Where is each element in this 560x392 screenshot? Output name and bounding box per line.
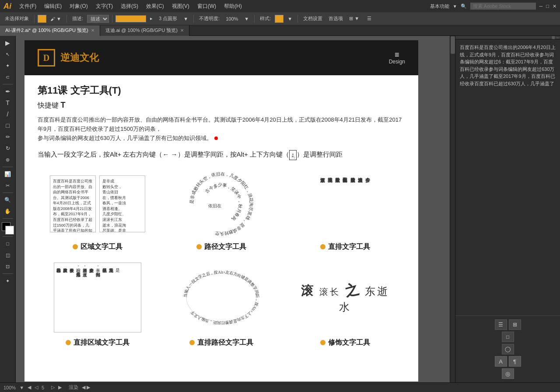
lasso-btn[interactable]: ⊂ [2,72,14,82]
style-color-box[interactable] [275,15,284,23]
svg-text:当输入一段文字之后，按Alt+左右方向键是调整字间距，按Al: 当输入一段文字之后，按Alt+左右方向键是调整字间距，按Alt+上下方向是调整行… [183,270,260,325]
panel-icon-row-5: ◎ [502,368,514,379]
line-tool-btn[interactable]: / [2,109,14,119]
opacity-value[interactable]: 100% [224,15,240,22]
draw-mode-inside-btn[interactable]: ⊡ [2,261,14,272]
preferences-btn[interactable]: 首选项 [326,14,345,23]
opacity-dropdown[interactable]: ▼ [242,15,251,22]
zoom-dropdown[interactable]: ▼ [19,385,24,390]
page-number[interactable]: 5 [42,385,44,390]
va-col-6: 古今多少夕浪花 [89,265,94,330]
search-input[interactable] [470,3,536,10]
prev-page-btn[interactable]: ◀ [28,385,31,390]
menu-select[interactable]: 选择(S) [117,2,142,11]
symbol-sprayer-btn[interactable]: ✦ [2,276,14,286]
draw-mode-behind-btn[interactable]: ◫ [2,250,14,260]
tip-text: 当输入一段文字之后，按Alt+ 左右方向键（← →）是调整字间距，按Alt+ 上… [38,150,405,160]
menu-edit[interactable]: 编辑(E) [41,2,65,11]
select-tool-btn[interactable]: ▶ [2,38,14,48]
va-col-10: 是 [115,265,121,330]
tab2-close-icon[interactable]: ✕ [180,28,184,33]
menu-text[interactable]: 文字(T) [92,2,116,11]
pen-tool-btn[interactable]: ✒ [2,86,14,97]
menu-file[interactable]: 文件(F) [16,2,40,11]
text-tool-btn[interactable]: T [2,98,14,108]
magic-wand-btn[interactable]: ✦ [2,60,14,71]
next-btn[interactable]: ▷ [51,385,55,390]
menu-view[interactable]: 视图(V) [168,2,193,11]
decoration-label: 修饰文字工具 [320,338,370,347]
feature-label[interactable]: 基本功能 [430,3,449,10]
vertical-text-label: 直排文字工具 [320,242,370,252]
vert-dot [320,244,326,249]
hand-tool-btn[interactable]: ✋ [2,206,14,217]
brush-tool-btn[interactable]: 🖌 ▼ [48,15,63,22]
tab-file2[interactable]: 送迪.ai @ 100% (RGB/GPU 预览) ✕ [100,25,189,36]
panel-toggle-btn[interactable]: ☰ [365,15,374,22]
logo-container: D 逆迪文化 [38,49,99,66]
direct-select-btn[interactable]: ↖ [2,49,14,60]
style-dropdown[interactable]: ▼ [285,15,294,22]
close-btn[interactable]: ✕ [553,4,556,9]
next-page-btn[interactable]: ▶ [58,385,62,390]
panel-expand-btn[interactable]: ⊞ [509,319,521,330]
panel-text-btn[interactable]: A [495,356,507,367]
arrange-btn[interactable]: ⊞ ▼ [347,15,361,22]
svg-text:古今多少事，笑谈中，秋月春风: 古今多少事，笑谈中，秋月春风 [204,182,243,222]
va-col-8: 风笑谈中红尽 [102,265,108,330]
panel-rect-btn[interactable]: □ [502,332,514,342]
vertical-text-container: 滚滚长江东逝水 浪花淘尽英雄 是非成败转头空 青山依旧在几度夕阳红 旧是非成败转… [318,172,373,235]
draw-mode-select[interactable]: 描述 [87,15,109,23]
vert-path-dot [189,340,195,345]
area-dot [73,244,78,249]
zoom-tool-btn[interactable]: 🔍 [2,195,14,205]
path-text-demo: 是非成败转头空，依旧在，几度夕阳红，浪花淘尽英雄，是非成败转头空 古今多少事，笑… [173,169,270,239]
right-panel-icons: ☰ ⊞ □ ◯ A ¶ ◎ [455,315,560,382]
status-controls[interactable]: ◀ ▶ [82,385,90,390]
panel-paragraph-btn[interactable]: ¶ [509,356,521,367]
va-col-3: 依看秋少事 [69,265,75,330]
shortcut-key: T [60,101,65,109]
menu-window[interactable]: 窗口(W) [194,2,220,11]
background-color[interactable] [5,226,14,234]
canvas-area[interactable]: D 逆迪文化 ≡ Design 第11课 文字工具(T) 快捷键 T [16,36,455,382]
rect-tool-btn[interactable]: □ [2,120,14,131]
tab-file1[interactable]: AI-课件2.ai* @ 100% (RGB/GPU 预览) ✕ [0,25,100,36]
dropdown-icon[interactable]: ▼ [453,4,457,9]
rotate-tool-btn[interactable]: ↻ [2,143,14,154]
area-text-box: 百度百科是百度公司推出的一部内容开放、自由的网络百科全书平台。其测试版于2006… [50,175,96,232]
slice-tool-btn[interactable]: ✂ [2,180,14,191]
right-panel-top-bar: ⊞ ─ [455,36,560,39]
doc-settings-btn[interactable]: 文档设置 [301,14,325,23]
prev-btn[interactable]: ◁ [35,385,38,390]
design-label: Design [389,59,405,65]
menu-help[interactable]: 帮助(H) [220,2,245,11]
fill-color-bar[interactable] [116,15,146,22]
scrollbar-thumb[interactable] [451,36,455,54]
path-text-svg: 是非成败转头空，依旧在，几度夕阳红，浪花淘尽英雄，是非成败转头空 古今多少事，笑… [173,169,270,239]
status-label: 渲染 [69,384,78,391]
stroke-color-box[interactable] [38,15,46,23]
restore-btn[interactable]: □ [546,4,549,9]
hamburger-icon[interactable]: ≡ [395,51,399,59]
minimize-btn[interactable]: ─ [539,4,543,9]
panel-icon-row-3: ◯ [502,344,514,354]
logo-icon: D [38,49,55,66]
va-col-7: 事，都付阳淘 [95,265,101,330]
menu-effect[interactable]: 效果(C) [143,2,168,11]
points-value[interactable]: 3 点圆形 [157,14,179,23]
va-col-5: 酒喜相逢，度逝水 [82,265,88,330]
points-dropdown[interactable]: ▼ [181,15,190,22]
panel-circle-btn[interactable]: ◯ [502,344,514,354]
warp-tool-btn[interactable]: ⊛ [2,154,14,165]
vertical-area-label: 直排区域文字工具 [66,338,130,347]
tab1-close-icon[interactable]: ✕ [91,28,94,33]
menu-object[interactable]: 对象(O) [66,2,91,11]
panel-glyph-btn[interactable]: ◎ [502,368,514,379]
draw-mode-normal-btn[interactable]: □ [2,238,14,249]
chart-tool-btn[interactable]: 📊 [2,169,14,179]
brush-tool-btn[interactable]: ✏ [2,132,14,142]
vertical-scrollbar[interactable] [450,36,455,382]
panel-collapse-btn[interactable]: ☰ [495,319,507,330]
tools-grid-bottom: 非旧风古今白雄 成败转夕多发 依看秋少事 旧在，惯看月几江东 酒喜相逢，度逝水 … [38,260,405,347]
